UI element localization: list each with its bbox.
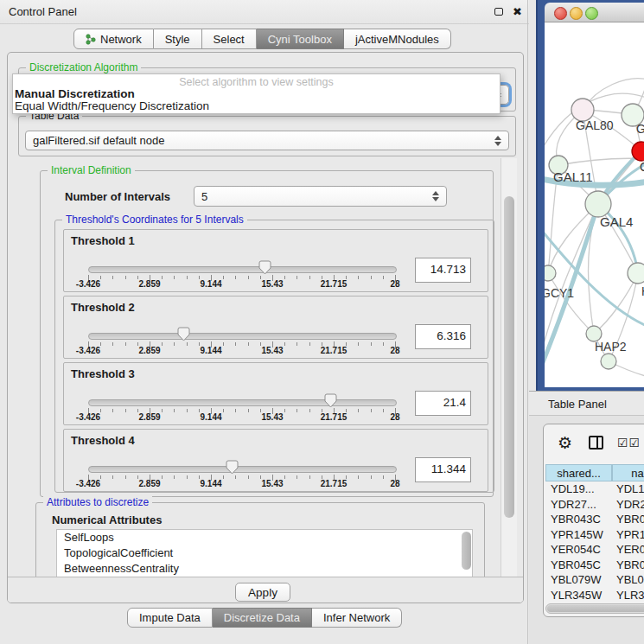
minimize-traffic-light-icon[interactable]	[570, 7, 583, 20]
tab-select[interactable]: Select	[202, 29, 257, 49]
GCY1-node[interactable]	[545, 265, 556, 281]
algorithm-option-equal-width-frequency-discretization[interactable]: Equal Width/Frequency Discretization	[15, 99, 209, 112]
bottom-node[interactable]	[601, 354, 616, 369]
network-view-window[interactable]: GAL80GACGAL11GAL4GCY1HHAP2	[536, 0, 644, 393]
table-panel-area: ⚙ ☑☑ shared... na... YDL19...YDL1YDR27..…	[529, 416, 644, 644]
tab-style[interactable]: Style	[154, 29, 202, 49]
threshold-slider-thumb[interactable]	[324, 393, 337, 408]
table-row[interactable]: YDL19...YDL1	[545, 482, 644, 498]
thresholds-group: Threshold's Coordinates for 5 Intervals …	[54, 220, 494, 493]
node-table-panel: ⚙ ☑☑ shared... na... YDL19...YDL1YDR27..…	[543, 424, 644, 617]
threshold-3-block: Threshold 3 21.4 -3.4262.8599.14415.4321…	[63, 362, 488, 425]
cell-name: YBL0	[616, 573, 644, 586]
slider-tick	[358, 475, 359, 479]
node-label-ga: GA	[636, 122, 644, 136]
slider-tick-label: -3.426	[76, 479, 100, 488]
slider-tick	[248, 409, 249, 412]
slider-tick	[187, 475, 188, 479]
GAL4-node[interactable]	[585, 191, 611, 217]
threshold-slider-track[interactable]	[88, 399, 397, 406]
panel-scrollbar-thumb[interactable]	[504, 196, 514, 518]
attribute-item-betweennesscentrality[interactable]: BetweennessCentrality	[57, 561, 472, 577]
close-traffic-light-icon[interactable]	[554, 7, 567, 20]
list-scrollbar-thumb[interactable]	[462, 532, 471, 570]
attribute-item-topologicalcoefficient[interactable]: TopologicalCoefficient	[57, 545, 472, 561]
threshold-slider-track[interactable]	[88, 466, 397, 473]
threshold-slider-thumb[interactable]	[177, 327, 190, 341]
tab-label: Impute Data	[139, 609, 201, 628]
table-data-combobox[interactable]: galFiltered.sif default node	[25, 131, 509, 150]
number-of-intervals-combobox[interactable]: 5	[194, 186, 447, 207]
tab-jactivemnodules[interactable]: jActiveMNodules	[344, 29, 451, 49]
column-header-name[interactable]: na...	[612, 464, 644, 481]
column-header-shared-name[interactable]: shared...	[545, 464, 612, 481]
bottom-tab-impute-data[interactable]: Impute Data	[127, 608, 213, 628]
select-columns-icon[interactable]: ☑☑	[617, 436, 641, 450]
slider-tick-label: 9.144	[200, 346, 221, 355]
table-row[interactable]: YER054CYER0	[545, 543, 644, 558]
threshold-value-field[interactable]: 11.344	[415, 457, 471, 482]
panel-scrollbar-track[interactable]	[501, 158, 517, 577]
slider-tick-label: 28	[390, 412, 399, 422]
slider-tick	[371, 276, 372, 279]
threshold-slider-track[interactable]	[88, 266, 397, 273]
table-row[interactable]: YDR27...YDR2	[545, 498, 644, 513]
float-window-icon[interactable]	[494, 8, 503, 16]
number-of-intervals-label: Number of Intervals	[65, 190, 170, 203]
bottom-tab-infer-network[interactable]: Infer Network	[312, 608, 402, 628]
numerical-attributes-list[interactable]: SelfLoopsTopologicalCoefficientBetweenne…	[56, 529, 473, 577]
slider-tick	[248, 276, 249, 279]
slider-tick	[309, 475, 310, 479]
table-hscrollbar-track[interactable]	[545, 603, 644, 614]
threshold-label: Threshold 3	[71, 367, 135, 380]
table-row[interactable]: YPR145WYPR1	[545, 528, 644, 544]
threshold-slider-thumb[interactable]	[226, 460, 239, 475]
attribute-item-selfloops[interactable]: SelfLoops	[57, 530, 472, 545]
tab-label: Cyni Toolbox	[268, 29, 332, 49]
attributes-to-discretize-group: Attributes to discretize Numerical Attri…	[35, 502, 485, 577]
table-row[interactable]: YBL079WYBL0	[545, 573, 644, 589]
slider-tick-label: 28	[390, 279, 399, 289]
bottom-tab-discretize-data[interactable]: Discretize Data	[213, 608, 312, 628]
table-row[interactable]: YBR043CYBR0	[545, 513, 644, 528]
slider-tick	[296, 342, 297, 346]
slider-tick-label: 28	[390, 479, 399, 488]
tab-network[interactable]: Network	[73, 29, 154, 49]
H-node[interactable]	[628, 263, 644, 284]
gear-icon[interactable]: ⚙	[558, 434, 572, 451]
network-window-titlebar[interactable]	[545, 3, 644, 22]
slider-tick	[309, 409, 310, 412]
threshold-value-field[interactable]: 21.4	[415, 391, 471, 416]
close-icon[interactable]: ✖	[513, 5, 522, 18]
algorithm-option-manual-discretization[interactable]: Manual Discretization	[15, 87, 135, 100]
cell-name: YDR2	[616, 498, 644, 511]
network-canvas[interactable]: GAL80GACGAL11GAL4GCY1HHAP2	[545, 22, 644, 387]
slider-tick-label: 21.715	[321, 279, 348, 289]
control-panel-title: Control Panel	[9, 5, 77, 18]
slider-tick-label: 9.144	[200, 279, 221, 289]
slider-tick	[248, 342, 249, 346]
table-hscrollbar-thumb[interactable]	[547, 605, 644, 612]
threshold-value-field[interactable]: 14.713	[415, 258, 471, 283]
zoom-traffic-light-icon[interactable]	[585, 7, 598, 20]
threshold-slider-track[interactable]	[88, 333, 397, 340]
cell-shared-name: YDL19...	[551, 482, 595, 495]
cell-shared-name: YBL079W	[551, 573, 602, 586]
table-row[interactable]: YLR345WYLR3	[545, 589, 644, 604]
slider-tick	[223, 409, 224, 412]
slider-tick-label: 2.859	[138, 279, 160, 289]
slider-tick-label: 21.715	[321, 479, 348, 488]
tab-cyni-toolbox[interactable]: Cyni Toolbox	[257, 29, 344, 49]
thresholds-group-title: Threshold's Coordinates for 5 Intervals	[62, 214, 247, 226]
threshold-slider-thumb[interactable]	[258, 260, 271, 275]
table-row[interactable]: YBR045CYBR0	[545, 558, 644, 574]
slider-tick-label: 21.715	[321, 346, 348, 355]
slider-tick	[223, 276, 224, 279]
split-columns-icon[interactable]	[589, 436, 603, 450]
slider-tick	[174, 276, 175, 279]
apply-button[interactable]: Apply	[235, 583, 290, 602]
slider-tick	[162, 475, 163, 479]
slider-tick	[371, 475, 372, 479]
interval-definition-title: Interval Definition	[48, 164, 135, 176]
threshold-value-field[interactable]: 6.316	[415, 324, 471, 349]
